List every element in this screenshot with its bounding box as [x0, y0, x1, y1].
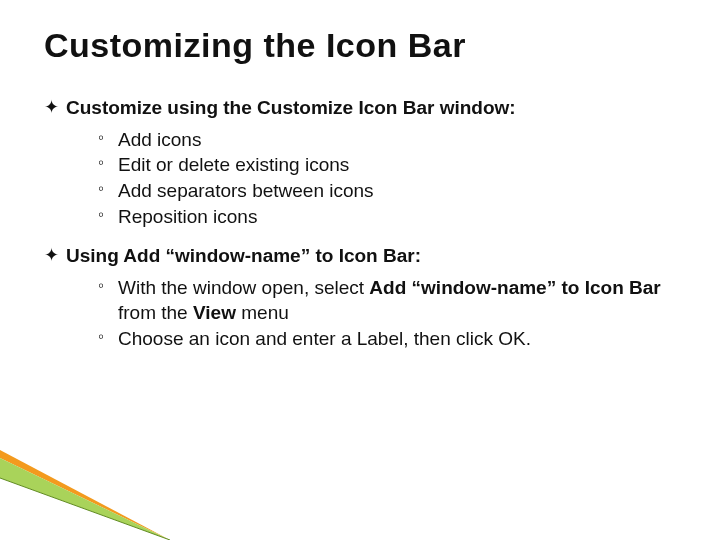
sublist-2: ◦ With the window open, select Add “wind… — [98, 275, 676, 352]
list-item: ◦ Choose an icon and enter a Label, then… — [98, 326, 676, 352]
bullet-2-text: Using Add “window-name” to Icon Bar: — [66, 243, 676, 269]
bullet-1-text: Customize using the Customize Icon Bar w… — [66, 95, 676, 121]
bullet-icon: ✦ — [44, 243, 66, 267]
text-fragment-bold: Add “window-name” to Icon Bar — [369, 277, 660, 298]
circle-bullet-icon: ◦ — [98, 204, 118, 227]
circle-bullet-icon: ◦ — [98, 152, 118, 175]
text-fragment: With the window open, select — [118, 277, 369, 298]
slide-title: Customizing the Icon Bar — [44, 26, 676, 65]
circle-bullet-icon: ◦ — [98, 275, 118, 298]
circle-bullet-icon: ◦ — [98, 178, 118, 201]
list-item-text: Choose an icon and enter a Label, then c… — [118, 326, 676, 352]
list-item: ◦ Reposition icons — [98, 204, 676, 230]
slide: Customizing the Icon Bar ✦ Customize usi… — [0, 0, 720, 540]
svg-marker-2 — [0, 458, 170, 540]
list-item: ◦ Add separators between icons — [98, 178, 676, 204]
svg-marker-3 — [0, 478, 170, 540]
bullet-2: ✦ Using Add “window-name” to Icon Bar: — [44, 243, 676, 269]
list-item-text: Add separators between icons — [118, 178, 676, 204]
circle-bullet-icon: ◦ — [98, 326, 118, 349]
bullet-icon: ✦ — [44, 95, 66, 119]
list-item-text: Add icons — [118, 127, 676, 153]
list-item: ◦ With the window open, select Add “wind… — [98, 275, 676, 326]
corner-decoration — [0, 420, 170, 540]
list-item: ◦ Add icons — [98, 127, 676, 153]
list-item-text: Reposition icons — [118, 204, 676, 230]
text-fragment-bold: View — [193, 302, 236, 323]
svg-line-4 — [0, 478, 170, 540]
circle-bullet-icon: ◦ — [98, 127, 118, 150]
list-item-text: Edit or delete existing icons — [118, 152, 676, 178]
text-fragment: from the — [118, 302, 193, 323]
svg-marker-1 — [0, 450, 170, 540]
list-item-text: With the window open, select Add “window… — [118, 275, 676, 326]
svg-marker-0 — [0, 450, 170, 540]
sublist-1: ◦ Add icons ◦ Edit or delete existing ic… — [98, 127, 676, 230]
list-item: ◦ Edit or delete existing icons — [98, 152, 676, 178]
text-fragment: menu — [236, 302, 289, 323]
slide-body: ✦ Customize using the Customize Icon Bar… — [44, 95, 676, 352]
bullet-1: ✦ Customize using the Customize Icon Bar… — [44, 95, 676, 121]
